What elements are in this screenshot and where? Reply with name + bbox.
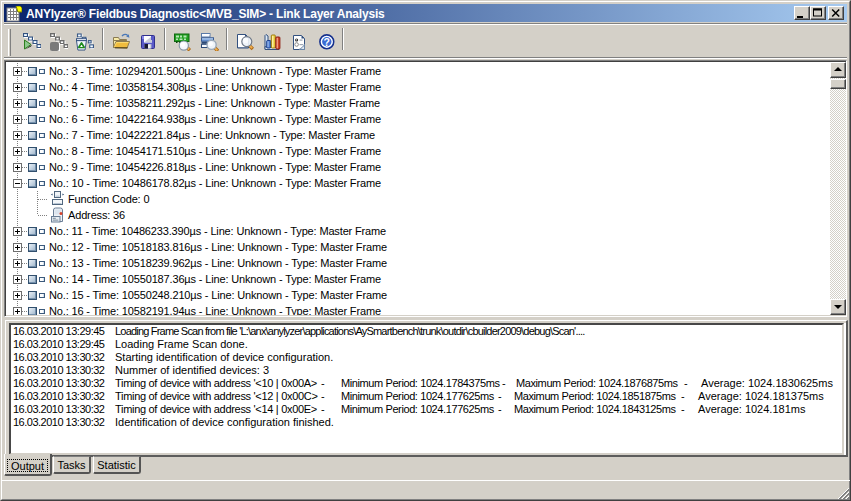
svg-text:?: ? (324, 36, 330, 48)
